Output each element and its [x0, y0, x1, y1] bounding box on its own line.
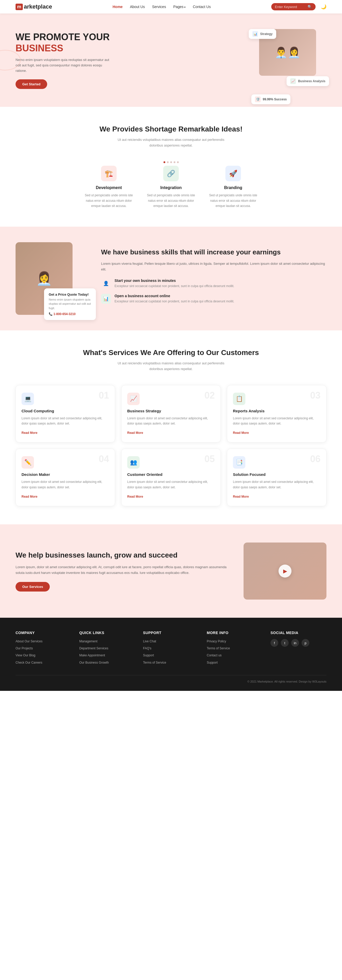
decision-body: Lorem ipsum dolor sit amet sed consectet… [22, 479, 109, 490]
service-strategy: 02 📈 Business Strategy Lorem ipsum dolor… [121, 385, 221, 443]
skills-image-area: 👩‍💼 Get a Price Quote Today! Nemo enim i… [16, 242, 88, 315]
cloud-read-more[interactable]: Read More [22, 431, 37, 434]
hero-cta-button[interactable]: Get Started [16, 80, 47, 89]
cloud-title: Cloud Computing [22, 409, 109, 413]
footer-link-live-chat[interactable]: Live Chat [143, 639, 199, 644]
nav-about[interactable]: About Us [130, 5, 145, 9]
footer-link-support[interactable]: Support [143, 653, 199, 658]
start-business-icon: 👤 [101, 278, 111, 288]
strategy-badge-icon: 📊 [252, 31, 258, 37]
skills-content: We have business skills that will increa… [101, 248, 326, 309]
footer-link-terms[interactable]: Terms of Service [143, 660, 199, 665]
development-icon: 🏗️ [101, 166, 117, 181]
nav-home[interactable]: Home [112, 5, 122, 9]
skills-section: 👩‍💼 Get a Price Quote Today! Nemo enim i… [0, 227, 342, 330]
reports-read-more[interactable]: Read More [233, 431, 249, 434]
social-twitter[interactable]: t [281, 639, 289, 647]
launch-cta-button[interactable]: Our Services [16, 582, 50, 592]
footer-link-blog[interactable]: View Our Blog [16, 653, 71, 658]
footer-link-support2[interactable]: Support [207, 660, 263, 665]
open-account-title: Open a business account online [114, 294, 234, 298]
strategy-body: Lorem ipsum dolor sit amet sed consectet… [127, 416, 215, 426]
footer-link-contact[interactable]: Contact us [207, 653, 263, 658]
skills-body: Lorem ipsum viverra feugiat. Pellen tesq… [101, 261, 326, 272]
ideas-subtitle: Ut aut reiciendis voluptatibus maiores a… [117, 137, 225, 148]
footer-social-title: SOCIAL MEDIA [271, 631, 326, 635]
footer-support: SUPPORT Live Chat FAQ's Support Terms of… [143, 631, 199, 667]
social-linkedin[interactable]: in [291, 639, 299, 647]
footer-link-about-services[interactable]: About Our Services [16, 639, 71, 644]
nav-contact[interactable]: Contact Us [193, 5, 211, 9]
footer-more-title: MORE INFO [207, 631, 263, 635]
hero-headline: WE PROMOTE YOUR BUSINESS [16, 31, 114, 54]
service-num-3: 03 [310, 390, 320, 401]
success-badge-label: 99.99% Success [263, 97, 287, 101]
skill-start-business: 👤 Start your own business in minutes Exc… [101, 278, 326, 289]
customer-body: Lorem ipsum dolor sit amet sed consectet… [127, 479, 215, 490]
customer-icon: 👥 [127, 456, 140, 469]
business-badge-icon: 📈 [290, 78, 296, 84]
footer-support-title: SUPPORT [143, 631, 199, 635]
logo[interactable]: m arketplace [16, 3, 52, 10]
solution-body: Lorem ipsum dolor sit amet sed consectet… [233, 479, 320, 490]
decision-read-more[interactable]: Read More [22, 495, 37, 498]
social-facebook[interactable]: f [271, 639, 278, 647]
business-badge: 📈 Business Analysis [287, 76, 329, 86]
play-button[interactable]: ▶ [279, 565, 291, 578]
footer-link-faq[interactable]: FAQ's [143, 646, 199, 651]
footer-link-careers[interactable]: Check Our Careers [16, 660, 71, 665]
footer-link-projects[interactable]: Our Projects [16, 646, 71, 651]
navbar: m arketplace Home About Us Services Page… [0, 0, 342, 13]
hero-text: WE PROMOTE YOUR BUSINESS Nemo enim ipsam… [16, 31, 114, 89]
launch-text: We help businesses launch, grow and succ… [16, 550, 231, 592]
service-customer: 05 👥 Customer Oriented Lorem ipsum dolor… [121, 449, 221, 506]
footer-quick-title: QUICK LINKS [79, 631, 135, 635]
footer-quick-links: QUICK LINKS Management Department Servic… [79, 631, 135, 667]
logo-text: arketplace [24, 3, 52, 10]
search-input[interactable] [275, 5, 306, 9]
service-solution: 06 📑 Solution Focused Lorem ipsum dolor … [227, 449, 326, 506]
logo-icon: m [16, 4, 23, 10]
dark-mode-toggle[interactable]: 🌙 [321, 4, 326, 10]
strategy-read-more[interactable]: Read More [127, 431, 143, 434]
footer-link-appointment[interactable]: Make Appointment [79, 653, 135, 658]
footer-company-title: COMPANY [16, 631, 71, 635]
footer-copyright: © 2021 Marketplace. All rights reserved.… [16, 675, 326, 683]
nav-services[interactable]: Services [152, 5, 166, 9]
footer-social: SOCIAL MEDIA f t in p [271, 631, 326, 667]
ideas-grid: 🏗️ Development Sed ut perspiciatis unde … [16, 166, 326, 208]
footer: COMPANY About Our Services Our Projects … [0, 618, 342, 691]
quote-phone[interactable]: 📞 1-800-654-3210 [49, 312, 91, 316]
development-title: Development [83, 185, 135, 190]
customer-read-more[interactable]: Read More [127, 495, 143, 498]
quote-title: Get a Price Quote Today! [49, 293, 91, 296]
success-badge-icon: 🛡️ [255, 97, 261, 102]
search-icon[interactable]: 🔍 [307, 5, 312, 9]
footer-company: COMPANY About Our Services Our Projects … [16, 631, 71, 667]
integration-body: Sed ut perspiciatis unde omnis iste natu… [145, 192, 197, 208]
service-decision: 04 ✏️ Decision Maker Lorem ipsum dolor s… [16, 449, 115, 506]
customer-title: Customer Oriented [127, 472, 215, 477]
footer-link-business-growth[interactable]: Our Business Growth [79, 660, 135, 665]
strategy-icon: 📈 [127, 393, 140, 405]
reports-icon: 📋 [233, 393, 245, 405]
nav-links: Home About Us Services Pages Contact Us [112, 5, 211, 9]
services-title: What's Services We Are Offering to Our C… [16, 348, 326, 357]
cloud-body: Lorem ipsum dolor sit amet sed consectet… [22, 416, 109, 426]
footer-link-terms-of-service[interactable]: Terms of Service [207, 646, 263, 651]
skill-open-account: 📊 Open a business account online Excepte… [101, 294, 326, 304]
footer-link-privacy[interactable]: Privacy Policy [207, 639, 263, 644]
solution-read-more[interactable]: Read More [233, 495, 249, 498]
dots-indicator [16, 161, 326, 163]
idea-branding: 🚀 Branding Sed ut perspiciatis unde omni… [207, 166, 259, 208]
footer-link-management[interactable]: Management [79, 639, 135, 644]
ideas-title: We Provides Shortage Remarkable Ideas! [16, 125, 326, 133]
social-pinterest[interactable]: p [302, 639, 309, 647]
solution-title: Solution Focused [233, 472, 320, 477]
footer-link-dept-services[interactable]: Department Services [79, 646, 135, 651]
start-business-title: Start your own business in minutes [114, 278, 234, 283]
cloud-icon: 💻 [22, 393, 34, 405]
nav-pages[interactable]: Pages [173, 5, 185, 9]
service-num-5: 05 [204, 453, 215, 465]
quote-box: Get a Price Quote Today! Nemo enim ipsam… [44, 288, 96, 320]
